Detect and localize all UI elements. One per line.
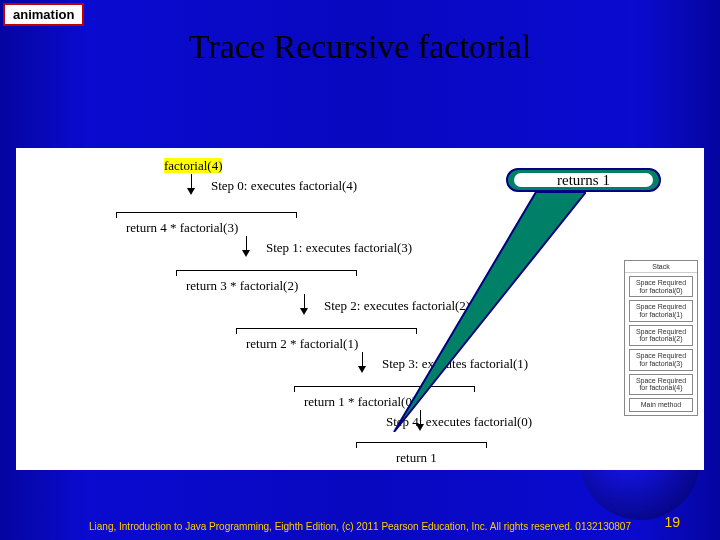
- connector-line: [116, 212, 117, 218]
- arrow-down-icon: [300, 308, 308, 315]
- stack-frame: Space Required for factorial(4): [629, 374, 693, 395]
- page-number: 19: [664, 514, 680, 530]
- connector-line: [356, 442, 486, 443]
- return-expr: return 3 * factorial(2): [186, 278, 298, 294]
- return-expr: return 4 * factorial(3): [126, 220, 238, 236]
- connector-line: [236, 328, 237, 334]
- stack-frame: Space Required for factorial(3): [629, 349, 693, 370]
- return-expr: return 1: [396, 450, 437, 466]
- connector-line: [246, 236, 247, 250]
- connector-line: [176, 270, 177, 276]
- connector-line: [304, 294, 305, 308]
- step-label: Step 0: executes factorial(4): [211, 178, 357, 194]
- svg-marker-0: [394, 192, 586, 432]
- connector-line: [362, 352, 363, 366]
- animation-tag: animation: [3, 3, 84, 26]
- arrow-down-icon: [242, 250, 250, 257]
- connector-line: [191, 174, 192, 188]
- connector-line: [356, 270, 357, 276]
- stack-frame: Space Required for factorial(1): [629, 300, 693, 321]
- callout-bubble: returns 1: [506, 168, 661, 192]
- stack-box: Stack Space Required for factorial(0) Sp…: [624, 260, 698, 416]
- footer-text: Liang, Introduction to Java Programming,…: [0, 521, 720, 532]
- slide-title: Trace Recursive factorial: [0, 28, 720, 66]
- connector-line: [296, 212, 297, 218]
- stack-frame: Main method: [629, 398, 693, 412]
- arrow-down-icon: [187, 188, 195, 195]
- connector-line: [356, 442, 357, 448]
- connector-line: [294, 386, 295, 392]
- start-node: factorial(4): [164, 158, 222, 173]
- stack-title: Stack: [625, 261, 697, 273]
- stack-frame: Space Required for factorial(0): [629, 276, 693, 297]
- connector-line: [176, 270, 356, 271]
- callout-pointer: [386, 192, 586, 432]
- callout-text: returns 1: [514, 173, 653, 187]
- stack-frame: Space Required for factorial(2): [629, 325, 693, 346]
- connector-line: [116, 212, 296, 213]
- arrow-down-icon: [358, 366, 366, 373]
- diagram-area: returns 1 factorial(4) Step 0: executes …: [16, 148, 704, 470]
- return-expr: return 2 * factorial(1): [246, 336, 358, 352]
- connector-line: [486, 442, 487, 448]
